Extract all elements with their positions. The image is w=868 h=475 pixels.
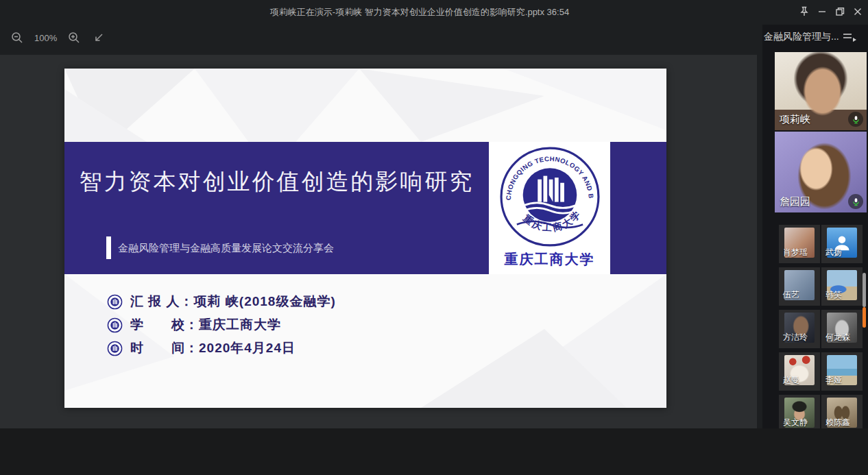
subtitle-accent-bar: [106, 236, 111, 259]
info-line-school: 学 校：重庆工商大学: [107, 317, 336, 333]
university-logo-box: CHONGQING TECHNOLOGY AND BUSINESS UNIVER…: [489, 142, 610, 274]
participant-name: 肖梦瑶: [783, 247, 808, 258]
participants-sidebar: 金融风险管理与... 项莉峡 詹园园: [762, 25, 868, 475]
participant-name: 吴文静: [783, 417, 808, 428]
video-tile-featured[interactable]: 詹园园: [775, 132, 867, 212]
zoom-toolbar: 100%: [10, 29, 106, 47]
meeting-toolbar: [0, 428, 868, 475]
participant-name: 武扬: [825, 247, 842, 258]
video-tile-featured[interactable]: 项莉峡: [775, 52, 867, 130]
window-controls: [795, 3, 867, 21]
close-button[interactable]: [849, 3, 867, 21]
zoom-out-icon[interactable]: [10, 30, 25, 45]
date-line: 时 间：2020年4月24日: [130, 339, 296, 357]
participant-tile[interactable]: 何龙森: [821, 310, 863, 348]
participant-tile[interactable]: 赖陈鑫: [821, 395, 863, 433]
pin-icon[interactable]: [795, 3, 813, 21]
participant-tile[interactable]: 李娅: [821, 352, 863, 391]
participant-tile[interactable]: 方洁玲: [779, 310, 820, 348]
slide-title: 智力资本对创业价值创造的影响研究: [64, 167, 489, 197]
participant-tile[interactable]: 肖梦瑶: [779, 225, 820, 263]
mic-on-icon: [848, 194, 863, 209]
info-line-date: 时 间：2020年4月24日: [107, 340, 336, 356]
slide: 智力资本对创业价值创造的影响研究 金融风险管理与金融高质量发展论文交流分享会 C…: [64, 69, 666, 408]
zoom-level: 100%: [34, 33, 57, 43]
info-line-presenter: 汇 报 人：项莉 峡(2018级金融学): [107, 293, 336, 310]
participant-tile[interactable]: 韩笑: [821, 267, 863, 306]
participant-name: 伍艺: [783, 289, 799, 301]
participant-name: 赖陈鑫: [825, 417, 850, 428]
slide-info-lines: 汇 报 人：项莉 峡(2018级金融学) 学 校：重庆工商大学: [107, 293, 336, 363]
title-bar: 项莉峡正在演示-项莉峡 智力资本对创业企业价值创造的影响研究.pptx 36:5…: [0, 0, 868, 25]
participant-name: 李娅: [825, 374, 842, 386]
mic-on-icon: [848, 112, 863, 127]
fit-to-window-icon[interactable]: [91, 30, 106, 45]
meeting-title-header[interactable]: 金融风险管理与...: [764, 31, 867, 43]
seal-bullet-icon: [107, 341, 123, 356]
participant-tile[interactable]: 伍艺: [779, 267, 820, 306]
zoom-in-icon[interactable]: [67, 30, 82, 45]
window-title: 项莉峡正在演示-项莉峡 智力资本对创业企业价值创造的影响研究.pptx 36:5…: [0, 6, 839, 19]
participant-tile[interactable]: 武扬: [821, 225, 863, 263]
sidebar-scrollbar[interactable]: [863, 273, 866, 307]
seal-bullet-icon: [107, 317, 123, 333]
participant-list-icon[interactable]: [842, 32, 857, 42]
sidebar-scroll-marker[interactable]: [863, 307, 866, 328]
school-line: 学 校：重庆工商大学: [130, 316, 281, 334]
participant-name: 赵曼: [783, 374, 799, 386]
restore-button[interactable]: [831, 3, 849, 21]
university-seal-icon: CHONGQING TECHNOLOGY AND BUSINESS UNIVER…: [498, 145, 602, 249]
participant-tile[interactable]: 赵曼: [779, 352, 820, 391]
presenter-line: 汇 报 人：项莉 峡(2018级金融学): [130, 293, 336, 310]
participant-name: 何龙森: [825, 332, 850, 343]
slide-subtitle: 金融风险管理与金融高质量发展论文交流分享会: [118, 242, 334, 255]
participant-name: 方洁玲: [783, 332, 808, 343]
seal-bullet-icon: [107, 294, 123, 310]
participant-name: 韩笑: [825, 289, 842, 301]
participant-tile[interactable]: 吴文静: [779, 395, 820, 433]
minimize-button[interactable]: [813, 3, 831, 21]
meeting-title: 金融风险管理与...: [764, 31, 839, 43]
participant-name: 项莉峡: [780, 113, 810, 126]
participant-name: 詹园园: [780, 195, 810, 208]
presentation-viewer: 智力资本对创业价值创造的影响研究 金融风险管理与金融高质量发展论文交流分享会 C…: [0, 55, 757, 428]
university-name: 重庆工商大学: [505, 250, 595, 269]
